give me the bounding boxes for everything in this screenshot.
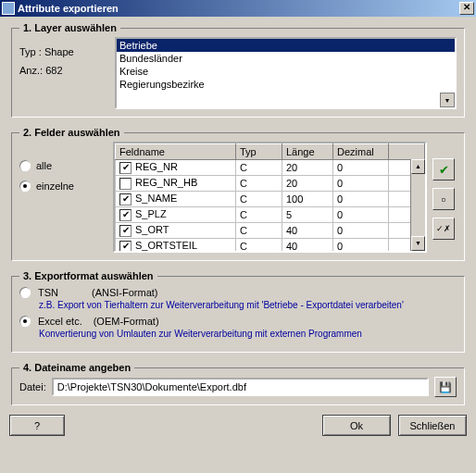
select-all-button[interactable]: ✔: [432, 158, 455, 180]
anz-label: Anz.:: [19, 65, 43, 76]
checkbox-icon[interactable]: ✔: [119, 225, 132, 237]
layer-info: Typ : Shape Anz.: 682: [19, 37, 107, 80]
tsn-label: TSN: [38, 287, 58, 298]
radio-single-label: einzelne: [36, 180, 74, 192]
radio-single[interactable]: einzelne: [19, 180, 107, 192]
radio-icon: [19, 160, 31, 171]
legend-fields: 2. Felder auswählen: [19, 127, 124, 138]
radio-icon: [19, 180, 31, 192]
checkbox-icon[interactable]: ✔: [119, 209, 132, 221]
tsn-desc: z.B. Export von Tierhaltern zur Weiterve…: [39, 300, 457, 310]
section-layer-select: 1. Layer auswählen Typ : Shape Anz.: 682…: [11, 22, 465, 118]
section-filename: 4. Dateiname angeben Datei: 💾: [11, 362, 465, 405]
list-item[interactable]: Betriebe: [117, 39, 455, 52]
button-bar: ? Ok Schließen: [9, 415, 467, 436]
radio-icon: [19, 287, 31, 298]
app-icon: [2, 2, 15, 15]
table-row[interactable]: ✔S_ORTC400: [116, 223, 425, 239]
window-title: Attribute exportieren: [18, 3, 459, 14]
file-input[interactable]: [52, 378, 429, 396]
tsn-sub: (ANSI-Format): [92, 287, 158, 298]
col-laenge[interactable]: Länge: [282, 144, 333, 160]
excel-sub: (OEM-Format): [94, 316, 159, 327]
radio-all-label: alle: [36, 160, 52, 171]
table-row[interactable]: ✔REG_NRC200: [116, 160, 425, 176]
section-fields-select: 2. Felder auswählen alle einzelne Feldna…: [11, 127, 465, 261]
legend-filename: 4. Dateiname angeben: [19, 362, 134, 373]
close-icon[interactable]: ✕: [459, 2, 474, 15]
checkbox-icon[interactable]: ✔: [119, 162, 132, 174]
list-item[interactable]: Bundesländer: [117, 52, 455, 65]
select-invert-button[interactable]: ✓✗: [432, 218, 455, 240]
section-export-format: 3. Exportformat auswählen TSN (ANSI-Form…: [11, 270, 465, 353]
legend-format: 3. Exportformat auswählen: [19, 270, 157, 281]
col-feldname[interactable]: Feldname: [116, 144, 236, 160]
excel-label: Excel etc.: [38, 316, 82, 327]
col-blank: [389, 144, 425, 160]
scroll-up-icon[interactable]: ▲: [411, 159, 425, 174]
typ-value: Shape: [44, 46, 74, 57]
table-row[interactable]: ✔S_PLZC50: [116, 207, 425, 223]
chevron-down-icon[interactable]: ▼: [440, 93, 455, 107]
file-label: Datei:: [19, 381, 46, 392]
list-item[interactable]: Regierungsbezirke: [117, 78, 455, 91]
table-row[interactable]: REG_NR_HBC200: [116, 176, 425, 192]
col-dezimal[interactable]: Dezimal: [333, 144, 389, 160]
checkbox-icon[interactable]: [119, 178, 132, 190]
titlebar: Attribute exportieren ✕: [0, 0, 476, 17]
radio-excel[interactable]: Excel etc. (OEM-Format): [19, 316, 457, 327]
fields-table[interactable]: Feldname Typ Länge Dezimal ✔REG_NRC200RE…: [113, 142, 427, 253]
checkbox-icon[interactable]: ✔: [119, 241, 132, 253]
table-row[interactable]: ✔S_ORTSTEILC400: [116, 239, 425, 254]
checkbox-icon[interactable]: ✔: [119, 193, 132, 205]
excel-desc: Konvertierung von Umlauten zur Weiterver…: [39, 329, 457, 339]
save-icon[interactable]: 💾: [434, 377, 457, 397]
col-typ[interactable]: Typ: [236, 144, 282, 160]
radio-tsn[interactable]: TSN (ANSI-Format): [19, 287, 457, 298]
legend-layer: 1. Layer auswählen: [19, 22, 120, 33]
scroll-down-icon[interactable]: ▼: [411, 236, 425, 251]
anz-value: 682: [45, 65, 62, 76]
list-item[interactable]: Kreise: [117, 65, 455, 78]
help-button[interactable]: ?: [9, 415, 65, 436]
select-none-button[interactable]: ▫: [432, 188, 455, 210]
close-button[interactable]: Schließen: [398, 415, 467, 436]
scrollbar[interactable]: ▲ ▼: [410, 159, 425, 251]
layer-listbox[interactable]: Betriebe Bundesländer Kreise Regierungsb…: [115, 37, 457, 109]
radio-all[interactable]: alle: [19, 160, 107, 171]
radio-icon: [19, 316, 31, 327]
table-row[interactable]: ✔S_NAMEC1000: [116, 192, 425, 207]
ok-button[interactable]: Ok: [322, 415, 391, 436]
typ-label: Typ :: [19, 46, 42, 57]
